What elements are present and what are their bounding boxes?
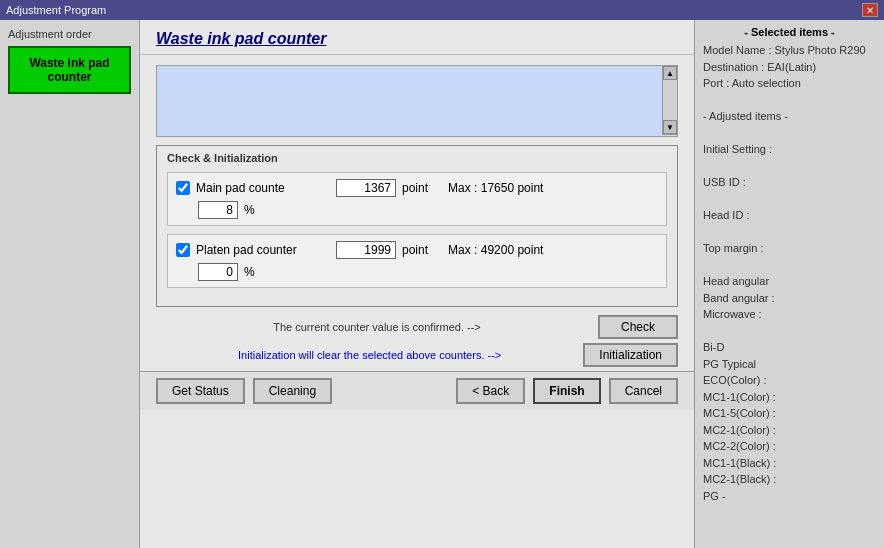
main-pad-counter-row: Main pad counte point Max : 17650 point … bbox=[167, 172, 667, 226]
platen-pad-unit: point bbox=[402, 243, 428, 257]
platen-pad-label: Platen pad counter bbox=[196, 243, 336, 257]
right-panel-item bbox=[703, 158, 876, 175]
right-panel-item: MC1-1(Black) : bbox=[703, 455, 876, 472]
main-layout: Adjustment order Waste ink pad counter W… bbox=[0, 20, 884, 548]
right-panel-item: Initial Setting : bbox=[703, 141, 876, 158]
right-panel-item bbox=[703, 125, 876, 142]
right-panel-item bbox=[703, 323, 876, 340]
platen-pad-line1: Platen pad counter point Max : 49200 poi… bbox=[176, 241, 658, 259]
right-panel-item bbox=[703, 191, 876, 208]
text-area-section: ▲ ▼ bbox=[156, 65, 678, 137]
title-bar-text: Adjustment Program bbox=[6, 4, 106, 16]
confirm-message: The current counter value is confirmed. … bbox=[156, 321, 598, 333]
platen-pad-max: Max : 49200 point bbox=[448, 243, 543, 257]
scrollbar[interactable]: ▲ ▼ bbox=[662, 65, 678, 135]
right-items-list: Model Name : Stylus Photo R290Destinatio… bbox=[703, 42, 876, 504]
check-init-section: Check & Initialization ➡ ➡ Main pad coun… bbox=[156, 145, 678, 307]
right-panel-item: Destination : EAI(Latin) bbox=[703, 59, 876, 76]
sidebar-header: Adjustment order bbox=[8, 28, 131, 40]
main-pad-line1: Main pad counte point Max : 17650 point bbox=[176, 179, 658, 197]
sidebar: Adjustment order Waste ink pad counter bbox=[0, 20, 140, 548]
platen-pad-line2: % bbox=[176, 263, 658, 281]
right-panel-item: ECO(Color) : bbox=[703, 372, 876, 389]
sidebar-item-waste-ink[interactable]: Waste ink pad counter bbox=[8, 46, 131, 94]
right-panel: - Selected items - Model Name : Stylus P… bbox=[694, 20, 884, 548]
right-panel-item: PG Typical bbox=[703, 356, 876, 373]
bottom-messages: The current counter value is confirmed. … bbox=[156, 315, 678, 371]
platen-pad-percent[interactable] bbox=[198, 263, 238, 281]
cleaning-button[interactable]: Cleaning bbox=[253, 378, 332, 404]
main-pad-value[interactable] bbox=[336, 179, 396, 197]
right-panel-item: PG - bbox=[703, 488, 876, 505]
finish-button[interactable]: Finish bbox=[533, 378, 600, 404]
right-panel-item bbox=[703, 92, 876, 109]
scroll-up-arrow[interactable]: ▲ bbox=[663, 66, 677, 80]
check-button[interactable]: Check bbox=[598, 315, 678, 339]
main-pad-unit: point bbox=[402, 181, 428, 195]
main-pad-max: Max : 17650 point bbox=[448, 181, 543, 195]
right-panel-item: Bi-D bbox=[703, 339, 876, 356]
right-panel-title: - Selected items - bbox=[703, 26, 876, 38]
right-panel-item: Head angular bbox=[703, 273, 876, 290]
right-panel-item bbox=[703, 224, 876, 241]
right-panel-item: MC1-1(Color) : bbox=[703, 389, 876, 406]
close-button[interactable]: ✕ bbox=[862, 3, 878, 17]
right-panel-item: MC2-1(Black) : bbox=[703, 471, 876, 488]
init-row: Initialization will clear the selected a… bbox=[156, 343, 678, 367]
bottom-bar: Get Status Cleaning < Back Finish Cancel bbox=[140, 371, 694, 410]
right-panel-item: Top margin : bbox=[703, 240, 876, 257]
right-panel-item: MC1-5(Color) : bbox=[703, 405, 876, 422]
init-message: Initialization will clear the selected a… bbox=[156, 349, 583, 361]
title-bar: Adjustment Program ✕ bbox=[0, 0, 884, 20]
right-panel-item bbox=[703, 257, 876, 274]
scroll-down-arrow[interactable]: ▼ bbox=[663, 120, 677, 134]
platen-pad-counter-row: Platen pad counter point Max : 49200 poi… bbox=[167, 234, 667, 288]
back-button[interactable]: < Back bbox=[456, 378, 525, 404]
platen-pad-value[interactable] bbox=[336, 241, 396, 259]
main-pad-checkbox[interactable] bbox=[176, 181, 190, 195]
info-textarea[interactable] bbox=[157, 66, 677, 136]
right-panel-item: Model Name : Stylus Photo R290 bbox=[703, 42, 876, 59]
main-pad-percent-unit: % bbox=[244, 203, 255, 217]
right-panel-item: MC2-2(Color) : bbox=[703, 438, 876, 455]
section-legend: Check & Initialization bbox=[167, 152, 667, 164]
get-status-button[interactable]: Get Status bbox=[156, 378, 245, 404]
right-panel-item: Head ID : bbox=[703, 207, 876, 224]
right-panel-item: Microwave : bbox=[703, 306, 876, 323]
platen-pad-checkbox[interactable] bbox=[176, 243, 190, 257]
platen-pad-percent-unit: % bbox=[244, 265, 255, 279]
confirm-row: The current counter value is confirmed. … bbox=[156, 315, 678, 339]
main-pad-percent[interactable] bbox=[198, 201, 238, 219]
initialization-button[interactable]: Initialization bbox=[583, 343, 678, 367]
right-panel-item: MC2-1(Color) : bbox=[703, 422, 876, 439]
center-panel: Waste ink pad counter ▲ ▼ Check & Initia… bbox=[140, 20, 694, 548]
main-pad-line2: % bbox=[176, 201, 658, 219]
page-title: Waste ink pad counter bbox=[140, 20, 694, 55]
right-panel-item: - Adjusted items - bbox=[703, 108, 876, 125]
cancel-button[interactable]: Cancel bbox=[609, 378, 678, 404]
right-panel-item: Port : Auto selection bbox=[703, 75, 876, 92]
main-pad-label: Main pad counte bbox=[196, 181, 336, 195]
right-panel-item: Band angular : bbox=[703, 290, 876, 307]
right-panel-item: USB ID : bbox=[703, 174, 876, 191]
